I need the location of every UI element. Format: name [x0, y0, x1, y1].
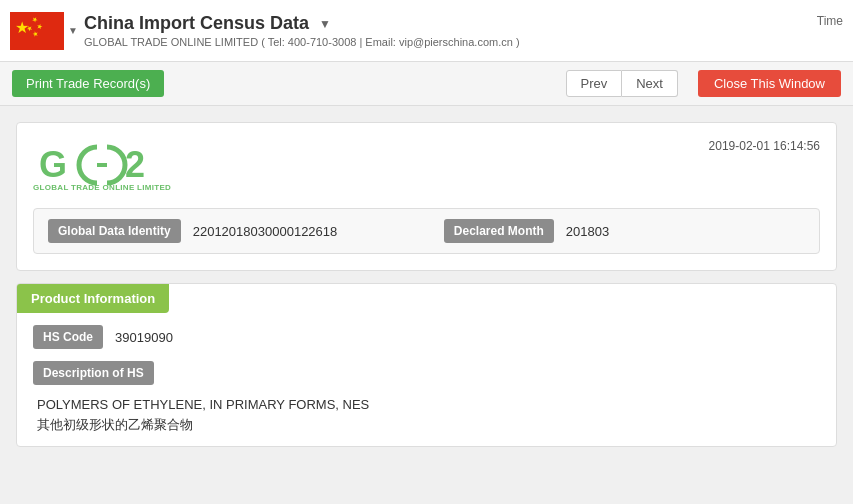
svg-text:2: 2 [125, 144, 145, 185]
declared-month-value: 201803 [566, 224, 805, 239]
close-window-button[interactable]: Close This Window [698, 70, 841, 97]
record-card: G 2 GLOBAL TRADE ONLINE LIMITED 2019-02-… [16, 122, 837, 271]
description-of-hs-label: Description of HS [33, 361, 154, 385]
next-button[interactable]: Next [622, 70, 678, 97]
svg-text:G: G [39, 144, 67, 185]
global-data-identity-value: 22012018030000122618 [193, 224, 432, 239]
identity-row: Global Data Identity 2201201803000012261… [33, 208, 820, 254]
logo-company-text: GLOBAL TRADE ONLINE LIMITED [33, 183, 171, 192]
hs-code-row: HS Code 39019090 [33, 325, 820, 349]
header-left: China Import Census Data ▼ GLOBAL TRADE … [84, 13, 520, 48]
product-content: HS Code 39019090 Description of HS POLYM… [17, 313, 836, 446]
title-dropdown-icon[interactable]: ▼ [319, 17, 331, 31]
toolbar: Print Trade Record(s) Prev Next Close Th… [0, 62, 853, 106]
time-label: Time [817, 6, 843, 28]
hs-code-value: 39019090 [115, 330, 173, 345]
declared-month-label: Declared Month [444, 219, 554, 243]
main-content: G 2 GLOBAL TRADE ONLINE LIMITED 2019-02-… [0, 106, 853, 475]
prev-button[interactable]: Prev [566, 70, 623, 97]
header-subtitle: GLOBAL TRADE ONLINE LIMITED ( Tel: 400-7… [84, 36, 520, 48]
description-cn-text: 其他初级形状的乙烯聚合物 [33, 416, 820, 434]
hs-code-label: HS Code [33, 325, 103, 349]
nav-buttons: Prev Next [566, 70, 678, 97]
print-button[interactable]: Print Trade Record(s) [12, 70, 164, 97]
description-label-row: Description of HS [33, 361, 820, 385]
logo-row: G 2 GLOBAL TRADE ONLINE LIMITED 2019-02-… [33, 139, 820, 192]
header: ★ ★ ★ ★ ★ ▼ China Import Census Data ▼ G… [0, 0, 853, 62]
flag-icon: ★ ★ ★ ★ ★ [10, 12, 64, 50]
app-title: China Import Census Data [84, 13, 309, 34]
product-section-title: Product Information [17, 284, 169, 313]
record-timestamp: 2019-02-01 16:14:56 [709, 139, 820, 153]
description-en-text: POLYMERS OF ETHYLENE, IN PRIMARY FORMS, … [33, 397, 820, 412]
logo-svg: G 2 [37, 139, 167, 187]
global-data-identity-label: Global Data Identity [48, 219, 181, 243]
dropdown-arrow-icon[interactable]: ▼ [68, 25, 78, 36]
product-section: Product Information HS Code 39019090 Des… [16, 283, 837, 447]
company-logo: G 2 GLOBAL TRADE ONLINE LIMITED [33, 139, 171, 192]
